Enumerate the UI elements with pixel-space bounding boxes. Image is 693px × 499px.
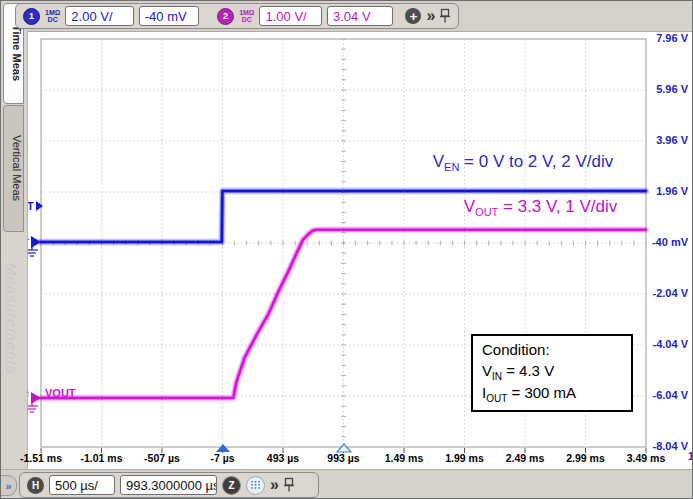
horizontal-toolbar: H 500 µs/ 993.3000000 µs Z » [19, 472, 319, 498]
condition-vin: VIN = 4.3 V [482, 361, 622, 384]
y-axis-label: -40 mV [644, 236, 688, 248]
channel-1-scale-field[interactable]: 2.00 V/ [65, 6, 133, 26]
y-axis-label: 5.96 V [644, 83, 688, 95]
y-axis-label: -4.04 V [644, 338, 688, 350]
x-axis-label: 1.99 ms [445, 452, 484, 464]
channel-2-scale-field[interactable]: 1.00 V/ [259, 6, 322, 26]
pin-icon[interactable] [439, 8, 451, 24]
x-axis-label: -507 µs [144, 452, 180, 464]
waveform-display: T 1 2 [1, 1, 693, 499]
y-axis-label: 7.96 V [644, 32, 688, 44]
oscilloscope-window: T 1 2 7.96 V5.96 V3.96 V1.96 V-40 mV-2.0… [0, 0, 693, 499]
measurements-watermark: Measurements [4, 263, 21, 374]
x-axis-label: -7 µs [210, 452, 234, 464]
vout-trace-label: VOUT [45, 387, 76, 399]
sidebar: Time Meas Vertical Meas Measurements [1, 1, 28, 469]
x-axis-label: 1.49 ms [385, 452, 424, 464]
condition-title: Condition: [482, 340, 622, 361]
expand-chevrons-icon[interactable]: » [426, 8, 434, 24]
expand-chevrons-icon[interactable]: » [270, 477, 278, 493]
y-axis-label: -2.04 V [644, 287, 688, 299]
tab-vertical-meas[interactable]: Vertical Meas [3, 105, 24, 232]
channel-toolbar: 1 1MΩDC 2.00 V/ -40 mV 2 1MΩDC 1.00 V/ 3… [15, 3, 459, 29]
y-axis-label: 3.96 V [644, 134, 688, 146]
y-axis-label: -6.04 V [644, 389, 688, 401]
add-channel-button[interactable]: + [405, 8, 421, 24]
channel-1-coupling-badge[interactable]: 1MΩDC [45, 9, 60, 24]
channel-1-offset-field[interactable]: -40 mV [139, 6, 200, 26]
x-axis-label: 493 µs [267, 452, 299, 464]
x-axis-label: -1.01 ms [80, 452, 122, 464]
channel-2-offset-field[interactable]: 3.04 V [327, 6, 393, 26]
search-navigate-button[interactable] [246, 476, 265, 495]
channel-1-button[interactable]: 1 [23, 8, 40, 25]
y-axis-label: -8.04 V [644, 440, 688, 452]
dotted-columns-icon [249, 479, 262, 492]
x-axis-label: 993 µs [327, 452, 359, 464]
x-axis-label: 2.99 ms [566, 452, 605, 464]
x-axis-label: 2.49 ms [506, 452, 545, 464]
clipped-edge-label: 1 [688, 450, 693, 462]
svg-text:T: T [27, 200, 34, 212]
x-axis-label: 3.49 ms [627, 452, 666, 464]
condition-iout: IOUT = 300 mA [482, 383, 622, 406]
x-axis-label: -1.51 ms [20, 452, 62, 464]
delay-field[interactable]: 993.3000000 µs [120, 475, 217, 495]
ven-annotation: VEN = 0 V to 2 V, 2 V/div [403, 152, 643, 173]
channel-2-coupling-badge[interactable]: 1MΩDC [239, 9, 254, 24]
zoom-button[interactable]: Z [222, 476, 241, 495]
horizontal-button[interactable]: H [27, 477, 44, 494]
timebase-field[interactable]: 500 µs/ [49, 475, 115, 495]
y-axis-label: 1.96 V [644, 185, 688, 197]
pin-icon[interactable] [283, 477, 295, 493]
vout-annotation: VOUT = 3.3 V, 1 V/div [438, 197, 643, 218]
overflow-chevrons-button[interactable]: » [1, 475, 17, 496]
channel-2-button[interactable]: 2 [217, 8, 234, 25]
condition-box: Condition: VIN = 4.3 V IOUT = 300 mA [471, 334, 633, 412]
